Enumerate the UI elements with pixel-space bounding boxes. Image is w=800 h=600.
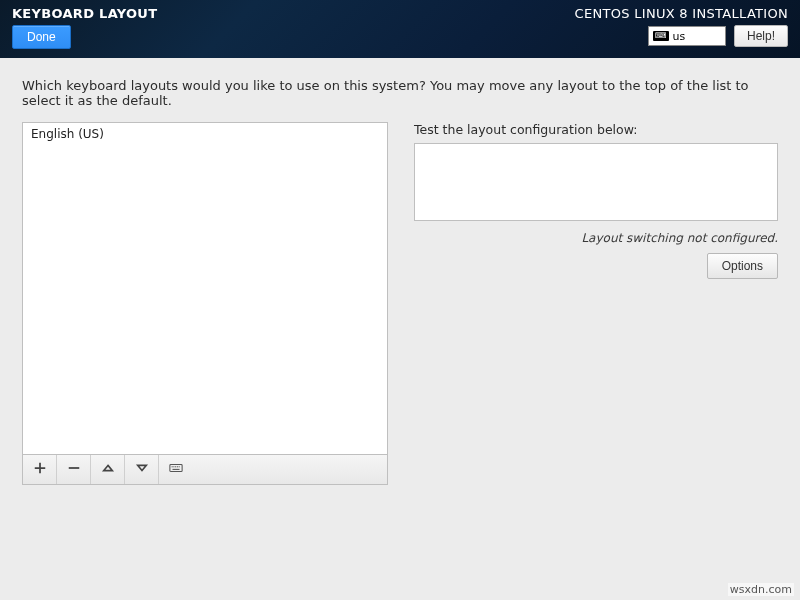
columns: English (US) bbox=[22, 122, 778, 485]
svg-rect-3 bbox=[173, 466, 174, 467]
move-up-button[interactable] bbox=[91, 455, 125, 484]
remove-layout-button[interactable] bbox=[57, 455, 91, 484]
header-controls: ⌨ us Help! bbox=[648, 25, 788, 47]
instruction-text: Which keyboard layouts would you like to… bbox=[22, 78, 778, 108]
switch-status-text: Layout switching not configured. bbox=[414, 231, 778, 245]
list-item[interactable]: English (US) bbox=[23, 123, 387, 145]
header-left: KEYBOARD LAYOUT Done bbox=[12, 6, 157, 58]
add-layout-button[interactable] bbox=[23, 455, 57, 484]
options-button[interactable]: Options bbox=[707, 253, 778, 279]
svg-rect-4 bbox=[175, 466, 176, 467]
layout-list[interactable]: English (US) bbox=[22, 122, 388, 455]
test-label: Test the layout configuration below: bbox=[414, 122, 778, 137]
svg-rect-2 bbox=[172, 466, 173, 467]
preview-keyboard-button[interactable] bbox=[159, 455, 193, 484]
help-button[interactable]: Help! bbox=[734, 25, 788, 47]
chevron-up-icon bbox=[101, 461, 115, 478]
left-column: English (US) bbox=[22, 122, 388, 485]
layout-toolbar bbox=[22, 455, 388, 485]
svg-rect-5 bbox=[177, 466, 178, 467]
test-layout-input[interactable] bbox=[414, 143, 778, 221]
header-right: CENTOS LINUX 8 INSTALLATION ⌨ us Help! bbox=[575, 6, 788, 58]
watermark: wsxdn.com bbox=[728, 583, 794, 596]
right-column: Test the layout configuration below: Lay… bbox=[414, 122, 778, 279]
keyboard-icon bbox=[169, 461, 183, 478]
content-area: Which keyboard layouts would you like to… bbox=[0, 58, 800, 505]
svg-rect-0 bbox=[68, 467, 79, 469]
move-down-button[interactable] bbox=[125, 455, 159, 484]
svg-rect-6 bbox=[179, 466, 180, 467]
header-bar: KEYBOARD LAYOUT Done CENTOS LINUX 8 INST… bbox=[0, 0, 800, 58]
chevron-down-icon bbox=[135, 461, 149, 478]
install-title: CENTOS LINUX 8 INSTALLATION bbox=[575, 6, 788, 21]
plus-icon bbox=[33, 461, 47, 478]
keyboard-indicator[interactable]: ⌨ us bbox=[648, 26, 726, 46]
keyboard-lang-code: us bbox=[673, 30, 686, 43]
svg-rect-1 bbox=[170, 465, 182, 472]
minus-icon bbox=[67, 461, 81, 478]
done-button[interactable]: Done bbox=[12, 25, 71, 49]
keyboard-glyph-icon: ⌨ bbox=[653, 31, 669, 41]
page-title: KEYBOARD LAYOUT bbox=[12, 6, 157, 21]
svg-rect-7 bbox=[173, 469, 180, 470]
options-row: Options bbox=[414, 253, 778, 279]
